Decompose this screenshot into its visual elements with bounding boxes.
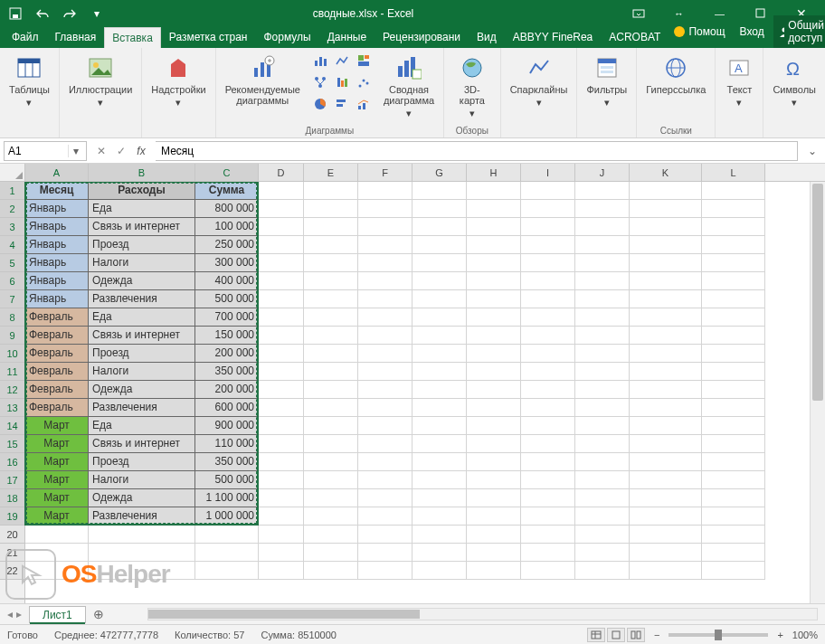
cell-C11[interactable]: 350 000 bbox=[195, 363, 259, 381]
tab-page-layout[interactable]: Разметка стран bbox=[161, 26, 256, 48]
cell-K18[interactable] bbox=[630, 489, 702, 507]
column-header-G[interactable]: G bbox=[412, 164, 467, 181]
cell-D18[interactable] bbox=[259, 489, 304, 507]
combo-chart-icon[interactable] bbox=[355, 95, 373, 113]
treemap-chart-icon[interactable] bbox=[355, 52, 373, 70]
row-header-1[interactable]: 1 bbox=[0, 182, 24, 200]
hscroll-thumb[interactable] bbox=[148, 610, 420, 619]
cell-L21[interactable] bbox=[702, 544, 765, 562]
cell-L3[interactable] bbox=[702, 218, 765, 236]
cell-C3[interactable]: 100 000 bbox=[195, 218, 259, 236]
cell-L11[interactable] bbox=[702, 363, 765, 381]
cell-G12[interactable] bbox=[412, 381, 467, 399]
cell-C16[interactable]: 350 000 bbox=[195, 453, 259, 471]
redo-button[interactable] bbox=[58, 3, 81, 24]
cell-I10[interactable] bbox=[521, 345, 575, 363]
cell-D4[interactable] bbox=[259, 236, 304, 254]
cell-K3[interactable] bbox=[630, 218, 702, 236]
cell-G9[interactable] bbox=[412, 327, 467, 345]
cell-J11[interactable] bbox=[575, 363, 630, 381]
cell-H22[interactable] bbox=[467, 562, 521, 580]
cell-G19[interactable] bbox=[412, 507, 467, 526]
cell-J6[interactable] bbox=[575, 272, 630, 290]
symbols-button[interactable]: Ω Символы▾ bbox=[769, 52, 820, 109]
cell-I2[interactable] bbox=[521, 200, 575, 218]
cell-H1[interactable] bbox=[467, 182, 521, 200]
text-button[interactable]: A Текст▾ bbox=[721, 52, 757, 109]
zoom-in-button[interactable]: + bbox=[777, 630, 782, 640]
row-header-17[interactable]: 17 bbox=[0, 471, 24, 489]
cell-F13[interactable] bbox=[358, 399, 412, 417]
cell-C6[interactable]: 400 000 bbox=[195, 272, 259, 290]
cell-K12[interactable] bbox=[630, 381, 702, 399]
cell-B13[interactable]: Развлечения bbox=[89, 399, 195, 417]
cell-K4[interactable] bbox=[630, 236, 702, 254]
cell-H12[interactable] bbox=[467, 381, 521, 399]
cell-I8[interactable] bbox=[521, 308, 575, 327]
cell-L8[interactable] bbox=[702, 308, 765, 327]
cell-E20[interactable] bbox=[304, 526, 358, 544]
cell-L7[interactable] bbox=[702, 290, 765, 308]
cell-E10[interactable] bbox=[304, 345, 358, 363]
row-header-7[interactable]: 7 bbox=[0, 290, 24, 308]
column-header-E[interactable]: E bbox=[304, 164, 358, 181]
cell-I3[interactable] bbox=[521, 218, 575, 236]
cell-A14[interactable]: Март bbox=[25, 417, 89, 435]
tab-data[interactable]: Данные bbox=[319, 26, 375, 48]
cell-K1[interactable] bbox=[630, 182, 702, 200]
cell-D13[interactable] bbox=[259, 399, 304, 417]
row-header-16[interactable]: 16 bbox=[0, 453, 24, 471]
cell-K6[interactable] bbox=[630, 272, 702, 290]
hyperlink-button[interactable]: Гиперссылка bbox=[642, 52, 709, 97]
cell-E17[interactable] bbox=[304, 471, 358, 489]
vscroll-thumb[interactable] bbox=[812, 184, 823, 401]
cell-I15[interactable] bbox=[521, 435, 575, 453]
cell-D11[interactable] bbox=[259, 363, 304, 381]
cell-J20[interactable] bbox=[575, 526, 630, 544]
cell-C1[interactable]: Сумма bbox=[195, 182, 259, 200]
cell-C21[interactable] bbox=[195, 544, 259, 562]
cell-K20[interactable] bbox=[630, 526, 702, 544]
cell-J8[interactable] bbox=[575, 308, 630, 327]
sparklines-button[interactable]: Спарклайны▾ bbox=[507, 52, 572, 109]
cell-D19[interactable] bbox=[259, 507, 304, 526]
cell-J13[interactable] bbox=[575, 399, 630, 417]
cell-G18[interactable] bbox=[412, 489, 467, 507]
cell-A10[interactable]: Февраль bbox=[25, 345, 89, 363]
row-header-15[interactable]: 15 bbox=[0, 435, 24, 453]
cell-D3[interactable] bbox=[259, 218, 304, 236]
stat-chart-icon[interactable] bbox=[333, 73, 351, 91]
row-header-14[interactable]: 14 bbox=[0, 417, 24, 435]
cell-J14[interactable] bbox=[575, 417, 630, 435]
cell-B21[interactable] bbox=[89, 544, 195, 562]
cell-J21[interactable] bbox=[575, 544, 630, 562]
column-header-I[interactable]: I bbox=[521, 164, 575, 181]
cell-E9[interactable] bbox=[304, 327, 358, 345]
cell-E22[interactable] bbox=[304, 562, 358, 580]
cell-L18[interactable] bbox=[702, 489, 765, 507]
cell-A19[interactable]: Март bbox=[25, 507, 89, 526]
cell-C9[interactable]: 150 000 bbox=[195, 327, 259, 345]
column-header-B[interactable]: B bbox=[89, 164, 195, 181]
cell-K21[interactable] bbox=[630, 544, 702, 562]
cell-B9[interactable]: Связь и интернет bbox=[89, 327, 195, 345]
enter-formula-button[interactable]: ✓ bbox=[112, 142, 130, 160]
cell-A18[interactable]: Март bbox=[25, 489, 89, 507]
cell-K8[interactable] bbox=[630, 308, 702, 327]
cell-B14[interactable]: Еда bbox=[89, 417, 195, 435]
filters-button[interactable]: Фильтры▾ bbox=[583, 52, 631, 109]
cell-I17[interactable] bbox=[521, 471, 575, 489]
cell-H19[interactable] bbox=[467, 507, 521, 526]
tab-home[interactable]: Главная bbox=[47, 26, 105, 48]
cell-E14[interactable] bbox=[304, 417, 358, 435]
row-header-5[interactable]: 5 bbox=[0, 254, 24, 272]
cell-A15[interactable]: Март bbox=[25, 435, 89, 453]
cell-G21[interactable] bbox=[412, 544, 467, 562]
cell-I5[interactable] bbox=[521, 254, 575, 272]
cell-D8[interactable] bbox=[259, 308, 304, 327]
cell-E7[interactable] bbox=[304, 290, 358, 308]
row-header-9[interactable]: 9 bbox=[0, 327, 24, 345]
cell-B16[interactable]: Проезд bbox=[89, 453, 195, 471]
cell-K11[interactable] bbox=[630, 363, 702, 381]
cell-G7[interactable] bbox=[412, 290, 467, 308]
